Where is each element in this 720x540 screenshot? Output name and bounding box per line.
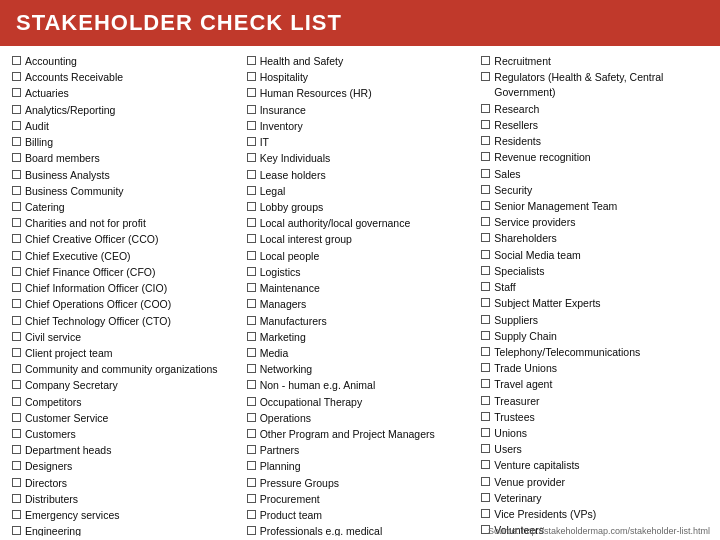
list-item[interactable]: Venue provider bbox=[481, 475, 708, 490]
checkbox-icon[interactable] bbox=[481, 250, 490, 259]
checkbox-icon[interactable] bbox=[247, 137, 256, 146]
checkbox-icon[interactable] bbox=[481, 298, 490, 307]
list-item[interactable]: Pressure Groups bbox=[247, 476, 474, 491]
list-item[interactable]: Trade Unions bbox=[481, 361, 708, 376]
list-item[interactable]: Service providers bbox=[481, 215, 708, 230]
checkbox-icon[interactable] bbox=[247, 380, 256, 389]
list-item[interactable]: Health and Safety bbox=[247, 54, 474, 69]
list-item[interactable]: Security bbox=[481, 183, 708, 198]
checkbox-icon[interactable] bbox=[12, 267, 21, 276]
list-item[interactable]: Users bbox=[481, 442, 708, 457]
list-item[interactable]: Supply Chain bbox=[481, 329, 708, 344]
checkbox-icon[interactable] bbox=[481, 266, 490, 275]
list-item[interactable]: Managers bbox=[247, 297, 474, 312]
checkbox-icon[interactable] bbox=[481, 315, 490, 324]
checkbox-icon[interactable] bbox=[481, 233, 490, 242]
checkbox-icon[interactable] bbox=[12, 461, 21, 470]
checkbox-icon[interactable] bbox=[481, 136, 490, 145]
checkbox-icon[interactable] bbox=[12, 283, 21, 292]
checkbox-icon[interactable] bbox=[12, 494, 21, 503]
checkbox-icon[interactable] bbox=[247, 88, 256, 97]
list-item[interactable]: Manufacturers bbox=[247, 314, 474, 329]
list-item[interactable]: Billing bbox=[12, 135, 239, 150]
list-item[interactable]: Shareholders bbox=[481, 231, 708, 246]
list-item[interactable]: Department heads bbox=[12, 443, 239, 458]
list-item[interactable]: Lobby groups bbox=[247, 200, 474, 215]
list-item[interactable]: Veterinary bbox=[481, 491, 708, 506]
list-item[interactable]: Key Individuals bbox=[247, 151, 474, 166]
checkbox-icon[interactable] bbox=[247, 234, 256, 243]
list-item[interactable]: Actuaries bbox=[12, 86, 239, 101]
checkbox-icon[interactable] bbox=[12, 348, 21, 357]
list-item[interactable]: Treasurer bbox=[481, 394, 708, 409]
checkbox-icon[interactable] bbox=[12, 202, 21, 211]
list-item[interactable]: Subject Matter Experts bbox=[481, 296, 708, 311]
list-item[interactable]: Professionals e.g. medical bbox=[247, 524, 474, 536]
checkbox-icon[interactable] bbox=[481, 412, 490, 421]
checkbox-icon[interactable] bbox=[481, 331, 490, 340]
list-item[interactable]: Catering bbox=[12, 200, 239, 215]
checkbox-icon[interactable] bbox=[247, 348, 256, 357]
list-item[interactable]: Procurement bbox=[247, 492, 474, 507]
checkbox-icon[interactable] bbox=[12, 105, 21, 114]
list-item[interactable]: Insurance bbox=[247, 103, 474, 118]
list-item[interactable]: Chief Operations Officer (COO) bbox=[12, 297, 239, 312]
checkbox-icon[interactable] bbox=[481, 460, 490, 469]
checkbox-icon[interactable] bbox=[481, 104, 490, 113]
list-item[interactable]: Customers bbox=[12, 427, 239, 442]
checkbox-icon[interactable] bbox=[247, 283, 256, 292]
list-item[interactable]: Legal bbox=[247, 184, 474, 199]
checkbox-icon[interactable] bbox=[247, 170, 256, 179]
list-item[interactable]: Company Secretary bbox=[12, 378, 239, 393]
checkbox-icon[interactable] bbox=[247, 251, 256, 260]
list-item[interactable]: Travel agent bbox=[481, 377, 708, 392]
checkbox-icon[interactable] bbox=[247, 510, 256, 519]
list-item[interactable]: Chief Executive (CEO) bbox=[12, 249, 239, 264]
checkbox-icon[interactable] bbox=[481, 396, 490, 405]
list-item[interactable]: Chief Creative Officer (CCO) bbox=[12, 232, 239, 247]
list-item[interactable]: Logistics bbox=[247, 265, 474, 280]
checkbox-icon[interactable] bbox=[481, 185, 490, 194]
list-item[interactable]: Partners bbox=[247, 443, 474, 458]
list-item[interactable]: Audit bbox=[12, 119, 239, 134]
checkbox-icon[interactable] bbox=[247, 316, 256, 325]
list-item[interactable]: Revenue recognition bbox=[481, 150, 708, 165]
list-item[interactable]: Senior Management Team bbox=[481, 199, 708, 214]
checkbox-icon[interactable] bbox=[12, 397, 21, 406]
checkbox-icon[interactable] bbox=[12, 170, 21, 179]
list-item[interactable]: Resellers bbox=[481, 118, 708, 133]
list-item[interactable]: Marketing bbox=[247, 330, 474, 345]
checkbox-icon[interactable] bbox=[12, 72, 21, 81]
list-item[interactable]: Local people bbox=[247, 249, 474, 264]
list-item[interactable]: Suppliers bbox=[481, 313, 708, 328]
checkbox-icon[interactable] bbox=[12, 186, 21, 195]
checkbox-icon[interactable] bbox=[12, 218, 21, 227]
checkbox-icon[interactable] bbox=[12, 413, 21, 422]
list-item[interactable]: Planning bbox=[247, 459, 474, 474]
list-item[interactable]: Designers bbox=[12, 459, 239, 474]
list-item[interactable]: Operations bbox=[247, 411, 474, 426]
checkbox-icon[interactable] bbox=[12, 153, 21, 162]
list-item[interactable]: Other Program and Project Managers bbox=[247, 427, 474, 442]
list-item[interactable]: Board members bbox=[12, 151, 239, 166]
checkbox-icon[interactable] bbox=[247, 218, 256, 227]
checkbox-icon[interactable] bbox=[481, 347, 490, 356]
list-item[interactable]: Local interest group bbox=[247, 232, 474, 247]
list-item[interactable]: Community and community organizations bbox=[12, 362, 239, 377]
list-item[interactable]: Trustees bbox=[481, 410, 708, 425]
checkbox-icon[interactable] bbox=[481, 201, 490, 210]
checkbox-icon[interactable] bbox=[247, 332, 256, 341]
list-item[interactable]: Local authority/local governance bbox=[247, 216, 474, 231]
list-item[interactable]: Social Media team bbox=[481, 248, 708, 263]
list-item[interactable]: Client project team bbox=[12, 346, 239, 361]
checkbox-icon[interactable] bbox=[247, 56, 256, 65]
checkbox-icon[interactable] bbox=[481, 444, 490, 453]
checkbox-icon[interactable] bbox=[481, 72, 490, 81]
checkbox-icon[interactable] bbox=[12, 251, 21, 260]
checkbox-icon[interactable] bbox=[12, 526, 21, 535]
checkbox-icon[interactable] bbox=[12, 137, 21, 146]
list-item[interactable]: Recruitment bbox=[481, 54, 708, 69]
checkbox-icon[interactable] bbox=[12, 299, 21, 308]
list-item[interactable]: Research bbox=[481, 102, 708, 117]
list-item[interactable]: Venture capitalists bbox=[481, 458, 708, 473]
